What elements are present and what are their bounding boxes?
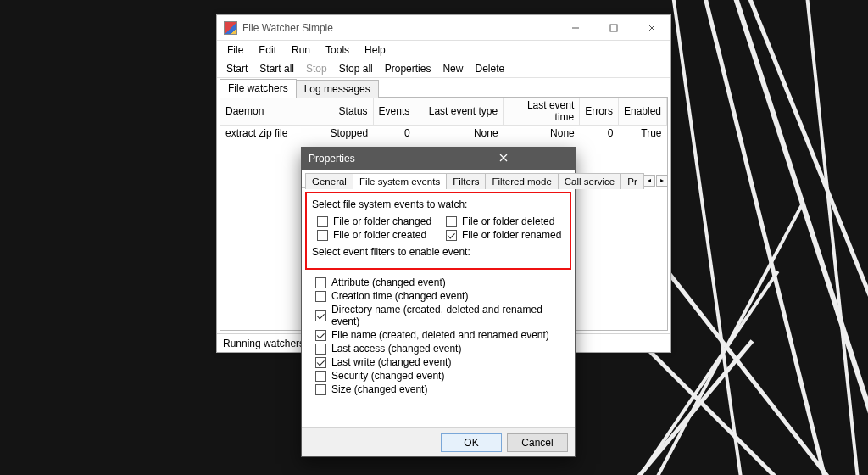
toolbar-stop-all[interactable]: Stop all (333, 61, 379, 76)
highlight-box: Select file system events to watch: File… (305, 192, 571, 270)
tab-call-service[interactable]: Call service (558, 173, 621, 189)
checkbox-last-write[interactable]: Last write (changed event) (315, 356, 566, 368)
cell-daemon: extract zip file (220, 126, 325, 142)
toolbar-properties[interactable]: Properties (379, 61, 437, 76)
checkbox-label: File or folder created (333, 229, 426, 241)
cancel-button[interactable]: Cancel (507, 433, 568, 452)
close-button[interactable] (632, 15, 670, 40)
dialog-button-row: OK Cancel (302, 428, 575, 456)
checkbox-label: Last access (changed event) (331, 343, 461, 355)
checkbox-label: Security (changed event) (331, 370, 444, 382)
window-title: File Watcher Simple (242, 22, 556, 34)
checkbox-icon (315, 291, 326, 302)
checkbox-icon (446, 230, 457, 241)
checkbox-icon (315, 277, 326, 288)
ok-button[interactable]: OK (441, 433, 502, 452)
tab-file-system-events[interactable]: File system events (353, 173, 447, 189)
dialog-tabstrip: General File system events Filters Filte… (302, 170, 575, 188)
checkbox-icon (315, 310, 326, 321)
checkbox-icon (315, 371, 326, 382)
tab-overflow[interactable]: Pr (620, 173, 644, 189)
watch-section-label: Select file system events to watch: (312, 198, 565, 210)
toolbar-stop: Stop (300, 61, 333, 76)
checkbox-label: Creation time (changed event) (331, 290, 468, 302)
menu-help[interactable]: Help (358, 42, 392, 58)
checkbox-attribute[interactable]: Attribute (changed event) (315, 277, 566, 288)
checkbox-created[interactable]: File or folder created (317, 229, 436, 241)
checkbox-deleted[interactable]: File or folder deleted (446, 215, 565, 227)
toolbar-start-all[interactable]: Start all (253, 61, 300, 76)
checkbox-size[interactable]: Size (changed event) (315, 383, 566, 395)
col-lasttime[interactable]: Last event time (504, 98, 580, 126)
cell-lasttime: None (504, 126, 580, 142)
checkbox-last-access[interactable]: Last access (changed event) (315, 343, 566, 355)
menu-run[interactable]: Run (285, 42, 317, 58)
tab-filtered-mode[interactable]: Filtered mode (485, 173, 558, 189)
properties-dialog: Properties General File system events Fi… (301, 147, 576, 457)
tab-log-messages[interactable]: Log messages (296, 80, 379, 98)
menu-tools[interactable]: Tools (319, 42, 356, 58)
filter-section-label: Select event filters to enable event: (312, 246, 565, 258)
svg-rect-1 (610, 25, 617, 31)
checkbox-icon (315, 357, 326, 368)
tab-scroll-left-button[interactable]: ◂ (643, 175, 655, 187)
cell-lasttype: None (415, 126, 504, 142)
toolbar-start[interactable]: Start (220, 61, 253, 76)
tab-filters[interactable]: Filters (446, 173, 486, 189)
checkbox-label: Size (changed event) (331, 383, 427, 395)
tab-scroll-right-button[interactable]: ▸ (656, 175, 668, 187)
col-status[interactable]: Status (325, 98, 373, 126)
checkbox-file-name[interactable]: File name (created, deleted and renamed … (315, 329, 566, 341)
checkbox-icon (317, 216, 328, 227)
cell-enabled: True (618, 126, 666, 142)
menu-edit[interactable]: Edit (252, 42, 283, 58)
checkbox-label: File or folder renamed (462, 229, 561, 241)
checkbox-icon (315, 330, 326, 341)
menubar: File Edit Run Tools Help (217, 41, 670, 59)
checkbox-icon (317, 230, 328, 241)
cell-status: Stopped (325, 126, 373, 142)
dialog-title: Properties (309, 153, 438, 165)
cell-events: 0 (373, 126, 415, 142)
tab-file-watchers[interactable]: File watchers (220, 79, 297, 98)
menu-file[interactable]: File (220, 42, 250, 58)
col-daemon[interactable]: Daemon (220, 98, 325, 126)
checkbox-icon (446, 216, 457, 227)
dialog-close-button[interactable] (438, 153, 568, 165)
checkbox-icon (315, 344, 326, 355)
titlebar[interactable]: File Watcher Simple (217, 15, 670, 41)
table-row[interactable]: extract zip file Stopped 0 None None 0 T… (220, 126, 667, 142)
checkbox-label: Last write (changed event) (331, 356, 451, 368)
tab-general[interactable]: General (305, 173, 353, 189)
checkbox-changed[interactable]: File or folder changed (317, 215, 436, 227)
checkbox-label: Attribute (changed event) (331, 277, 446, 288)
col-errors[interactable]: Errors (580, 98, 619, 126)
checkbox-creation-time[interactable]: Creation time (changed event) (315, 290, 566, 302)
checkbox-label: Directory name (created, deleted and ren… (331, 304, 566, 327)
dialog-titlebar[interactable]: Properties (302, 148, 575, 170)
main-tabstrip: File watchers Log messages (217, 78, 670, 97)
col-lasttype[interactable]: Last event type (415, 98, 504, 126)
cell-errors: 0 (580, 126, 619, 142)
checkbox-directory-name[interactable]: Directory name (created, deleted and ren… (315, 304, 566, 327)
checkbox-label: File or folder deleted (462, 215, 554, 227)
checkbox-icon (315, 384, 326, 395)
col-enabled[interactable]: Enabled (618, 98, 666, 126)
grid-header-row: Daemon Status Events Last event type Las… (220, 98, 667, 126)
status-text: Running watchers: (223, 338, 307, 349)
checkbox-security[interactable]: Security (changed event) (315, 370, 566, 382)
minimize-button[interactable] (556, 15, 594, 40)
toolbar-new[interactable]: New (437, 61, 469, 76)
checkbox-label: File or folder changed (333, 215, 431, 227)
checkbox-renamed[interactable]: File or folder renamed (446, 229, 565, 241)
checkbox-label: File name (created, deleted and renamed … (331, 329, 549, 341)
maximize-button[interactable] (594, 15, 632, 40)
col-events[interactable]: Events (373, 98, 415, 126)
app-icon (224, 21, 237, 35)
toolbar: Start Start all Stop Stop all Properties… (217, 59, 670, 78)
toolbar-delete[interactable]: Delete (469, 61, 510, 76)
dialog-body: Select file system events to watch: File… (302, 188, 575, 428)
